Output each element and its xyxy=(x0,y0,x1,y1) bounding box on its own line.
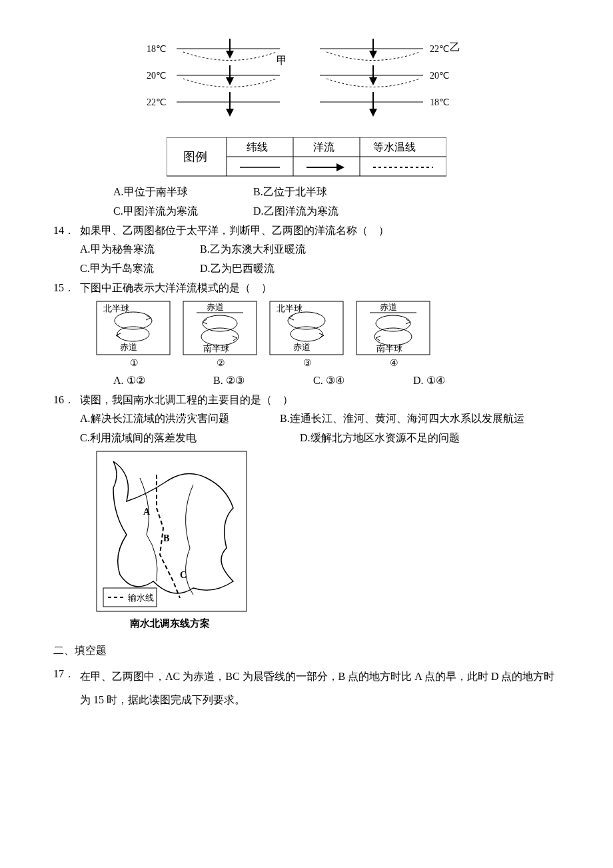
q17: 17． 在甲、乙两图中，AC 为赤道，BC 为晨昏线的一部分，B 点的地方时比 … xyxy=(53,665,560,711)
q15-B: B. ②③ xyxy=(213,371,313,391)
svg-point-42 xyxy=(203,315,237,331)
svg-text:②: ② xyxy=(217,358,225,368)
figure-gyres: 北半球 赤道 ① 赤道 南半球 ② 北半球 赤道 ③ 赤道 南半球 xyxy=(53,298,560,371)
svg-point-55 xyxy=(376,315,410,331)
svg-text:A: A xyxy=(143,507,151,517)
figure-isotherms: 18℃ 20℃ 22℃ 甲 22℃ 20℃ xyxy=(53,32,560,132)
q13-D: D.乙图洋流为寒流 xyxy=(253,202,360,221)
svg-text:C: C xyxy=(180,570,187,580)
q15-num: 15． xyxy=(53,279,80,298)
q16-A: A.解决长江流域的洪涝灾害问题 xyxy=(80,409,280,429)
q14-B: B.乙为东澳大利亚暖流 xyxy=(200,240,306,259)
svg-text:乙: 乙 xyxy=(450,41,460,53)
svg-text:赤道: 赤道 xyxy=(293,342,310,352)
q15-A: A. ①② xyxy=(113,371,213,391)
svg-text:20℃: 20℃ xyxy=(147,71,167,81)
figure-map: A B C 输水线 南水北调东线方案 xyxy=(53,448,560,635)
svg-text:赤道: 赤道 xyxy=(380,302,397,312)
q13-B: B.乙位于北半球 xyxy=(253,183,360,202)
svg-text:甲: 甲 xyxy=(277,55,287,66)
svg-text:图例: 图例 xyxy=(183,150,207,163)
q14-D: D.乙为巴西暖流 xyxy=(200,259,306,279)
q16-stem: 读图，我国南水北调工程的主要目的是（ ） xyxy=(80,394,293,405)
q15-C: C. ③④ xyxy=(313,371,413,391)
section-2-title: 二、填空题 xyxy=(53,641,560,661)
q16-num: 16． xyxy=(53,391,80,448)
svg-text:①: ① xyxy=(130,358,139,368)
q13-options: A.甲位于南半球 B.乙位于北半球 C.甲图洋流为寒流 D.乙图洋流为寒流 xyxy=(53,183,560,221)
q14: 14． 如果甲、乙两图都位于太平洋，判断甲、乙两图的洋流名称（ ） A.甲为秘鲁… xyxy=(53,221,560,279)
q16-B: B.连通长江、淮河、黄河、海河四大水系以发展航运 xyxy=(280,409,524,429)
q16-D: D.缓解北方地区水资源不足的问题 xyxy=(300,429,460,448)
q15: 15． 下图中正确表示大洋洋流模式的是（ ） xyxy=(53,279,560,298)
svg-text:18℃: 18℃ xyxy=(430,97,450,107)
q16: 16． 读图，我国南水北调工程的主要目的是（ ） A.解决长江流域的洪涝灾害问题… xyxy=(53,391,560,448)
q16-C: C.利用流域间的落差发电 xyxy=(80,429,300,448)
q14-stem: 如果甲、乙两图都位于太平洋，判断甲、乙两图的洋流名称（ ） xyxy=(80,225,389,236)
svg-text:北半球: 北半球 xyxy=(277,303,303,313)
svg-text:18℃: 18℃ xyxy=(147,44,167,54)
q15-stem: 下图中正确表示大洋洋流模式的是（ ） xyxy=(80,282,272,293)
q14-C: C.甲为千岛寒流 xyxy=(80,259,200,279)
svg-point-36 xyxy=(117,327,149,341)
svg-text:洋流: 洋流 xyxy=(313,141,334,153)
isotherm-svg: 18℃ 20℃ 22℃ 甲 22℃ 20℃ xyxy=(133,32,480,132)
svg-text:输水线: 输水线 xyxy=(128,593,154,603)
svg-text:纬线: 纬线 xyxy=(247,141,268,153)
svg-text:③: ③ xyxy=(303,358,312,368)
svg-text:赤道: 赤道 xyxy=(120,342,137,352)
svg-text:赤道: 赤道 xyxy=(207,302,224,312)
q17-num: 17． xyxy=(53,665,80,711)
svg-text:北半球: 北半球 xyxy=(103,303,129,313)
svg-point-49 xyxy=(291,327,322,341)
svg-text:④: ④ xyxy=(390,358,398,368)
svg-text:南水北调东线方案: 南水北调东线方案 xyxy=(129,617,210,629)
q14-A: A.甲为秘鲁寒流 xyxy=(80,240,200,259)
figure-legend-table: 图例 纬线 洋流 等水温线 xyxy=(53,137,560,177)
q13-C: C.甲图洋流为寒流 xyxy=(113,202,253,221)
svg-text:22℃: 22℃ xyxy=(147,97,167,107)
svg-text:等水温线: 等水温线 xyxy=(373,141,416,153)
q17-stem: 在甲、乙两图中，AC 为赤道，BC 为晨昏线的一部分，B 点的地方时比 A 点的… xyxy=(80,671,554,705)
q15-D: D. ①④ xyxy=(413,371,520,391)
q13-A: A.甲位于南半球 xyxy=(113,183,253,202)
svg-text:20℃: 20℃ xyxy=(430,71,450,81)
q15-options: A. ①② B. ②③ C. ③④ D. ①④ xyxy=(53,371,560,391)
svg-text:B: B xyxy=(163,533,169,543)
svg-text:22℃: 22℃ xyxy=(430,44,450,54)
q14-num: 14． xyxy=(53,221,80,279)
